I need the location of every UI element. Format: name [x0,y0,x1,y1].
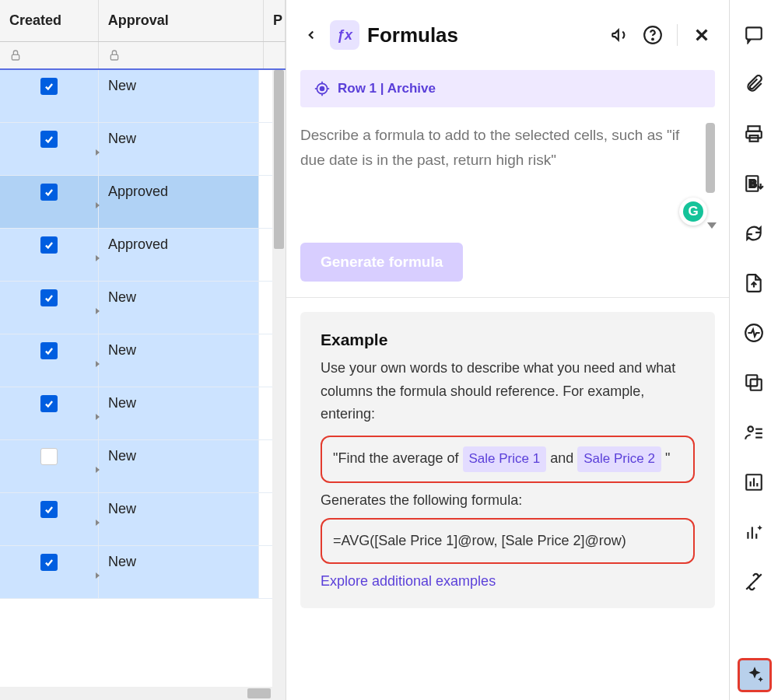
target-icon [314,81,330,96]
approval-cell[interactable]: New [99,546,259,598]
checkbox[interactable] [40,501,58,518]
horizontal-scrollbar-thumb[interactable] [247,688,271,698]
vertical-scrollbar-thumb[interactable] [274,70,284,249]
generate-formula-button[interactable]: Generate formula [300,243,463,282]
table-row[interactable]: New [0,493,286,546]
table-row[interactable]: New [0,440,286,493]
formula-description-input[interactable] [300,123,715,208]
svg-point-7 [321,87,324,91]
close-icon[interactable] [689,22,715,48]
approval-cell[interactable]: New [99,334,259,387]
column-header-created[interactable]: Created [0,0,99,41]
connect-icon[interactable] [741,569,766,594]
table-row[interactable]: New [0,387,286,440]
svg-line-32 [751,579,758,586]
panel-header: ƒx Formulas [300,14,715,56]
table-row[interactable]: New [0,334,286,387]
lock-icon [0,42,99,68]
checkbox[interactable] [40,131,58,148]
approval-cell[interactable]: Approved [99,229,259,281]
print-icon[interactable] [741,121,766,146]
created-cell[interactable] [0,546,99,598]
megaphone-icon[interactable] [607,22,633,48]
approval-cell[interactable]: New [99,70,259,122]
created-cell[interactable] [0,70,99,122]
expand-caret-icon[interactable] [96,149,100,156]
expand-caret-icon[interactable] [96,255,100,261]
refresh-icon[interactable] [741,221,766,246]
created-cell[interactable] [0,387,99,439]
ai-chart-icon[interactable] [741,520,766,544]
approval-cell[interactable]: New [99,282,259,334]
formula-input-area: G [300,123,715,212]
panel-title: Formulas [367,23,599,47]
example-card: Example Use your own words to describe w… [300,312,715,608]
column-chip-sale-price-2: Sale Price 2 [577,446,661,472]
checkbox[interactable] [40,554,58,571]
checkbox[interactable] [40,289,58,306]
approval-cell[interactable]: New [99,440,259,492]
context-bar: Row 1 | Archive [300,70,715,107]
expand-caret-icon[interactable] [96,414,100,420]
approval-cell[interactable]: New [99,123,259,175]
checkbox[interactable] [40,184,58,201]
expand-caret-icon[interactable] [96,520,100,526]
expand-caret-icon[interactable] [96,572,100,579]
file-upload-icon[interactable] [741,271,766,296]
expand-caret-icon[interactable] [96,467,100,473]
ai-assistant-button[interactable] [738,658,772,692]
chevron-down-icon[interactable] [707,222,717,229]
example-quote-leading: "Find the average of [333,450,463,466]
explore-examples-link[interactable]: Explore additional examples [321,573,496,589]
expand-caret-icon[interactable] [96,202,100,208]
chart-icon[interactable] [741,470,766,495]
svg-rect-0 [12,54,19,60]
people-icon[interactable] [741,420,766,445]
example-input-box: "Find the average of Sale Price 1 and Sa… [321,436,695,483]
horizontal-scrollbar[interactable] [0,687,272,700]
created-cell[interactable] [0,493,99,545]
table-row[interactable]: New [0,70,286,123]
lock-icon [99,42,264,68]
example-quote-middle: and [546,450,577,466]
table-row[interactable]: New [0,546,286,599]
checkbox[interactable] [40,78,58,95]
checkbox[interactable] [40,395,58,412]
checkbox[interactable] [40,236,58,254]
back-button[interactable] [300,24,322,46]
textarea-scrollbar[interactable] [706,123,715,193]
created-cell[interactable] [0,176,99,228]
approval-cell[interactable]: New [99,493,259,545]
approval-cell[interactable]: Approved [99,176,259,228]
column-header-p[interactable]: P [264,0,286,41]
created-cell[interactable] [0,123,99,175]
expand-caret-icon[interactable] [96,361,100,367]
created-cell[interactable] [0,229,99,281]
checkbox[interactable] [40,448,58,465]
activity-icon[interactable] [741,320,766,345]
example-description: Use your own words to describe what you … [321,357,695,426]
created-cell[interactable] [0,282,99,334]
context-label: Row 1 | Archive [338,81,436,96]
bold-download-icon[interactable]: B [741,171,766,196]
table-row[interactable]: Approved [0,229,286,282]
table-row[interactable]: New [0,123,286,176]
attachments-icon[interactable] [741,72,766,96]
created-cell[interactable] [0,334,99,387]
formula-fx-icon: ƒx [330,20,359,50]
checkbox[interactable] [40,342,58,359]
approval-cell[interactable]: New [99,387,259,439]
table-row[interactable]: Approved [0,176,286,229]
column-header-approval[interactable]: Approval [99,0,264,41]
created-cell[interactable] [0,440,99,492]
vertical-scrollbar[interactable] [272,70,286,700]
grammarly-icon[interactable]: G [679,198,707,226]
expand-caret-icon[interactable] [96,308,100,314]
example-formula: =AVG([Sale Price 1]@row, [Sale Price 2]@… [333,533,626,548]
formulas-panel: ƒx Formulas Row 1 | Archive [286,0,730,700]
copy-icon[interactable] [741,370,766,395]
comments-icon[interactable] [741,22,766,47]
help-icon[interactable] [640,22,666,48]
table-row[interactable]: New [0,282,286,334]
example-output-box: =AVG([Sale Price 1]@row, [Sale Price 2]@… [321,518,695,564]
